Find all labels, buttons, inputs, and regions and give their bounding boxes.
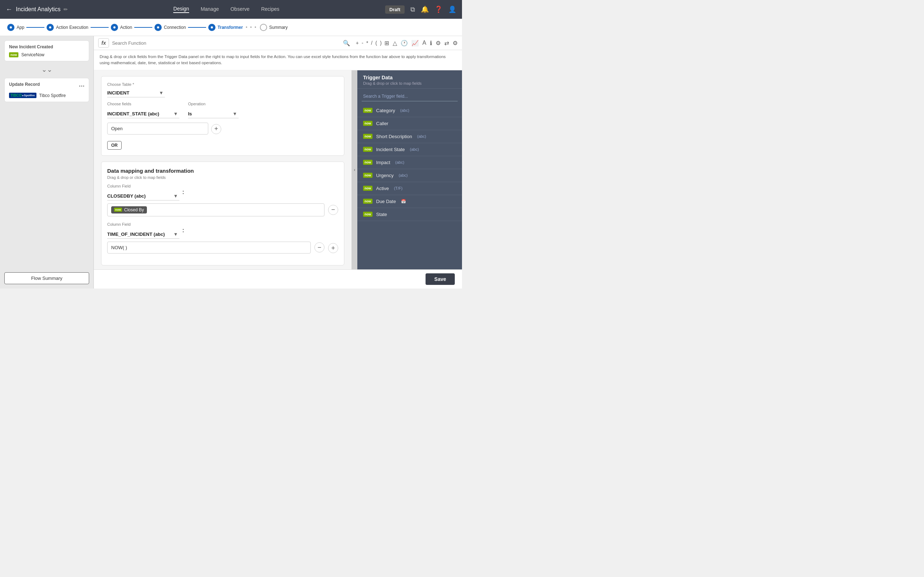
or-button[interactable]: OR	[107, 141, 122, 150]
step-summary[interactable]: Summary	[260, 24, 288, 31]
time-of-incident-input[interactable]	[107, 242, 311, 253]
transform-icon[interactable]: ⇄	[444, 40, 449, 47]
closed-by-input[interactable]: now Closed By	[107, 203, 325, 216]
action-card-item: TIBCO● Spotfire Tibco Spotfire	[9, 93, 84, 98]
column-field-label-2: Column Field	[107, 222, 179, 226]
tab-observe[interactable]: Observe	[230, 6, 249, 13]
grid-icon[interactable]: ⊞	[384, 40, 389, 47]
trigger-item-name: ServiceNow	[21, 52, 44, 57]
table-dropdown-value: INCIDENT	[107, 90, 129, 95]
column-field-dropdown-2[interactable]: TIME_OF_INCIDENT (abc) ▼	[107, 230, 179, 239]
bottom-bar: Save	[94, 269, 462, 288]
column-field-row-1: Column Field CLOSEDBY (abc) ▼ :	[107, 184, 338, 200]
trigger-item-state[interactable]: now State	[357, 208, 462, 221]
top-navigation: ← Incident Analytics ✏ Design Manage Obs…	[0, 0, 462, 19]
mapping-title: Data mapping and transformation	[107, 168, 338, 174]
column-field-arrow-icon-2: ▼	[173, 232, 178, 237]
fields-dropdown-value: INCIDENT_STATE (abc)	[107, 111, 159, 116]
trigger-item-short-desc[interactable]: now Short Description (abc)	[357, 130, 462, 143]
trigger-items-list: now Category (abc) now Caller now Short …	[357, 104, 462, 270]
settings-icon[interactable]: ⚙	[436, 40, 441, 47]
column-field-label-1: Column Field	[107, 184, 179, 188]
step-transformer[interactable]: Transformer	[208, 24, 243, 31]
column-field-value-1: CLOSEDBY (abc)	[107, 193, 146, 199]
back-button[interactable]: ←	[6, 6, 12, 13]
mapping-section: Data mapping and transformation Drag & d…	[101, 161, 344, 266]
table-dropdown-arrow-icon: ▼	[159, 90, 163, 95]
scroll-area: Choose Table * INCIDENT ▼ Choose fields …	[94, 70, 352, 270]
trigger-item-impact[interactable]: now Impact (abc)	[357, 156, 462, 169]
add-row-button[interactable]: +	[328, 243, 338, 253]
fields-dropdown[interactable]: INCIDENT_STATE (abc) ▼	[107, 110, 179, 118]
collapse-panel-button[interactable]: ‹	[352, 70, 357, 270]
instruction-text: Drag & drop or click fields from the Tri…	[94, 50, 462, 70]
formula-icons: ⊞ △ 🕐 📈 A ℹ ⚙ ⇄ ⚙	[384, 40, 458, 47]
line-chart-icon[interactable]: 📈	[412, 40, 419, 47]
op-minus[interactable]: -	[362, 40, 363, 46]
edit-icon[interactable]: ✏	[63, 6, 68, 12]
closed-by-tag[interactable]: now Closed By	[111, 206, 147, 213]
step-action-execution[interactable]: Action Execution	[47, 24, 88, 31]
add-value-button[interactable]: +	[211, 124, 221, 134]
operation-dropdown[interactable]: Is ▼	[188, 110, 239, 118]
content-area: fx 🔍 + - * / ( ) ⊞ △ 🕐 📈 A ℹ ⚙ ⇄ ⚙	[94, 36, 462, 288]
text-icon[interactable]: A	[422, 40, 426, 47]
remove-row-2-button[interactable]: −	[314, 242, 325, 253]
op-divide[interactable]: /	[371, 40, 373, 46]
fields-dropdown-arrow-icon: ▼	[173, 111, 178, 116]
value-input-row: +	[107, 122, 338, 134]
help-icon[interactable]: ❓	[435, 5, 443, 13]
step-line-3	[134, 27, 152, 28]
trigger-search-input[interactable]	[362, 92, 458, 102]
mapping-subtitle: Drag & drop or click to map fields	[107, 175, 338, 180]
trigger-item-incident-state[interactable]: now Incident State (abc)	[357, 143, 462, 156]
chart-icon[interactable]: △	[393, 40, 397, 47]
table-dropdown[interactable]: INCIDENT ▼	[107, 89, 165, 97]
trigger-item-caller[interactable]: now Caller	[357, 117, 462, 130]
step-line-2	[90, 27, 109, 28]
flow-summary-button[interactable]: Flow Summary	[4, 272, 89, 284]
step-connection[interactable]: Connection	[155, 24, 186, 31]
step-action-execution-label: Action Execution	[56, 25, 88, 30]
save-button[interactable]: Save	[426, 273, 455, 285]
tab-recipes[interactable]: Recipes	[261, 6, 279, 13]
tab-manage[interactable]: Manage	[201, 6, 219, 13]
search-function-input[interactable]	[112, 40, 340, 46]
now-logo-caller: now	[363, 121, 373, 126]
step-app[interactable]: App	[7, 24, 24, 31]
column-field-dropdown-1[interactable]: CLOSEDBY (abc) ▼	[107, 192, 179, 200]
tab-design[interactable]: Design	[173, 6, 189, 13]
trigger-item-due-date[interactable]: now Due Date 📅	[357, 195, 462, 208]
advanced-icon[interactable]: ⚙	[452, 40, 458, 47]
mapping-row-2: Column Field TIME_OF_INCIDENT (abc) ▼ : …	[107, 222, 338, 253]
op-close-paren[interactable]: )	[380, 40, 382, 46]
trigger-card-item: now ServiceNow	[9, 52, 84, 57]
trigger-data-panel: Trigger Data Drag & drop or click to map…	[357, 70, 462, 270]
user-icon[interactable]: 👤	[448, 5, 456, 13]
remove-row-1-button[interactable]: −	[328, 205, 338, 215]
tibco-logo: TIBCO● Spotfire	[9, 93, 36, 98]
external-link-icon[interactable]: ⧉	[410, 6, 415, 13]
now-logo-urgency: now	[363, 173, 373, 178]
fx-button[interactable]: fx	[98, 38, 109, 48]
op-plus[interactable]: +	[356, 40, 359, 46]
formula-ops: + - * / ( )	[356, 40, 382, 46]
info-icon[interactable]: ℹ	[430, 40, 432, 47]
filter-value-input[interactable]	[107, 122, 208, 134]
action-card-menu-button[interactable]: ⋯	[79, 82, 84, 89]
now-logo-category: now	[363, 108, 373, 113]
trigger-item-urgency[interactable]: now Urgency (abc)	[357, 169, 462, 182]
step-action[interactable]: Action	[111, 24, 132, 31]
bell-icon[interactable]: 🔔	[421, 5, 429, 13]
action-card-title: Update Record	[9, 82, 40, 87]
mapping-row-1: Column Field CLOSEDBY (abc) ▼ :	[107, 184, 338, 216]
clock-icon[interactable]: 🕐	[401, 40, 408, 47]
op-open-paren[interactable]: (	[375, 40, 377, 46]
step-app-label: App	[16, 25, 24, 30]
formula-search-icon[interactable]: 🔍	[343, 40, 350, 47]
trigger-item-category[interactable]: now Category (abc)	[357, 104, 462, 117]
trigger-item-active[interactable]: now Active (T/F)	[357, 182, 462, 195]
op-multiply[interactable]: *	[366, 40, 368, 46]
step-connection-label: Connection	[164, 25, 186, 30]
column-field-arrow-icon-1: ▼	[173, 193, 178, 199]
